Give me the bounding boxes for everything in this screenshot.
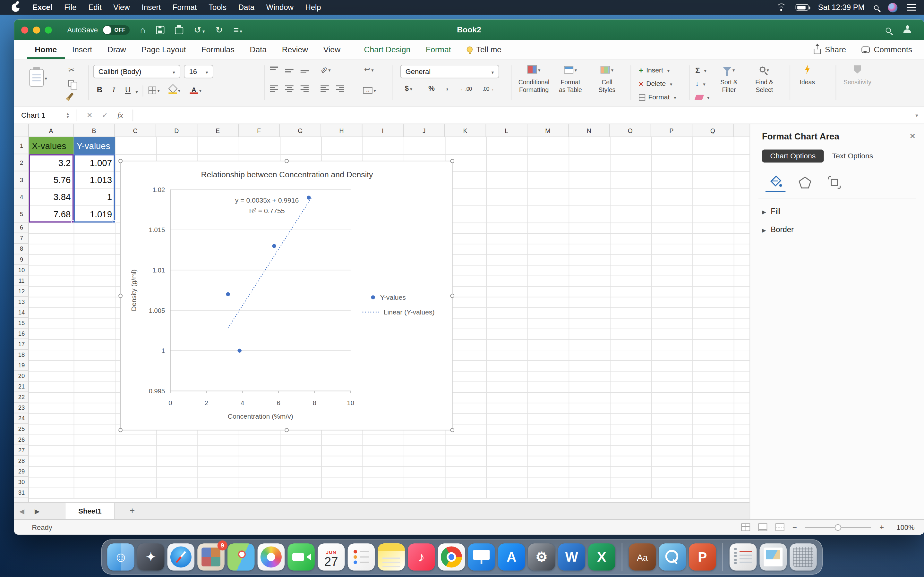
cell-B2[interactable]: 1.007 [74, 154, 115, 171]
ribbon-tab-data[interactable]: Data [242, 40, 274, 59]
percent-button[interactable]: % [428, 84, 435, 93]
menu-help[interactable]: Help [299, 3, 327, 12]
column-header-L[interactable]: L [486, 124, 527, 137]
column-header-H[interactable]: H [321, 124, 363, 137]
sensitivity-button[interactable]: Sensitivity [839, 63, 876, 103]
menu-format[interactable]: Format [166, 3, 202, 12]
ribbon-tab-home[interactable]: Home [27, 40, 65, 59]
underline-dropdown[interactable] [134, 87, 138, 95]
clear-button[interactable] [695, 91, 709, 103]
cell-styles-button[interactable]: CellStyles [590, 63, 624, 103]
row-header-27[interactable]: 27 [14, 445, 29, 456]
dock-reminders[interactable] [348, 543, 375, 570]
row-header-13[interactable]: 13 [14, 297, 29, 308]
number-format-select[interactable]: General [400, 65, 499, 78]
fill-line-icon[interactable] [766, 173, 785, 192]
row-header-1[interactable]: 1 [14, 137, 29, 154]
ribbon-tab-chart-design[interactable]: Chart Design [357, 40, 418, 59]
font-name-select[interactable]: Calibri (Body) [93, 65, 180, 78]
next-sheet-button[interactable] [29, 507, 45, 515]
cell-A1[interactable]: X-values [29, 137, 74, 154]
autosum-button[interactable]: Σ [695, 64, 706, 76]
wifi-icon[interactable] [776, 4, 786, 11]
dock-app-store[interactable]: A [498, 543, 525, 570]
dock-powerpoint[interactable]: P [689, 543, 716, 570]
borders-button[interactable] [149, 86, 160, 94]
column-header-A[interactable]: A [29, 124, 74, 137]
user-icon[interactable] [903, 25, 911, 35]
chart-selection-handle[interactable] [450, 294, 454, 298]
delete-cells-button[interactable]: Delete [639, 77, 672, 89]
border-section-toggle[interactable]: Border [750, 220, 924, 239]
cell-A5[interactable]: 7.68 [29, 205, 74, 222]
ribbon-tab-view[interactable]: View [316, 40, 348, 59]
fill-button[interactable] [695, 77, 705, 89]
normal-view-button[interactable] [741, 524, 750, 531]
row-header-28[interactable]: 28 [14, 456, 29, 466]
chart-selection-handle[interactable] [450, 428, 454, 432]
row-header-23[interactable]: 23 [14, 403, 29, 413]
row-header-6[interactable]: 6 [14, 222, 29, 233]
minimize-button[interactable] [33, 26, 40, 33]
align-top-button[interactable] [270, 67, 278, 73]
dock-safari[interactable] [168, 543, 194, 570]
menu-window[interactable]: Window [260, 3, 299, 12]
cell-A4[interactable]: 3.84 [29, 189, 74, 205]
column-header-M[interactable]: M [527, 124, 569, 137]
chart-selection-handle[interactable] [284, 159, 289, 163]
find-select-button[interactable]: Find &Select [748, 63, 780, 103]
chart-selection-handle[interactable] [284, 428, 289, 432]
menu-file[interactable]: File [58, 3, 82, 12]
row-header-25[interactable]: 25 [14, 424, 29, 434]
close-button[interactable] [21, 26, 28, 33]
effects-icon[interactable] [795, 173, 815, 192]
zoom-in-button[interactable]: + [879, 523, 884, 532]
row-header-11[interactable]: 11 [14, 276, 29, 286]
home-icon[interactable]: ⌂ [140, 25, 145, 35]
column-header-G[interactable]: G [280, 124, 321, 137]
siri-icon[interactable] [888, 3, 897, 12]
zoom-slider-knob[interactable] [835, 524, 841, 530]
dock-chrome[interactable] [438, 543, 465, 570]
tab-chart-options[interactable]: Chart Options [762, 150, 824, 163]
ribbon-tab-review[interactable]: Review [274, 40, 316, 59]
row-header-17[interactable]: 17 [14, 339, 29, 350]
row-header-2[interactable]: 2 [14, 154, 29, 171]
row-header-20[interactable]: 20 [14, 371, 29, 382]
copy-button[interactable] [68, 79, 78, 87]
row-header-22[interactable]: 22 [14, 392, 29, 403]
orientation-button[interactable] [320, 65, 330, 74]
cancel-icon[interactable]: ✕ [82, 111, 97, 119]
align-left-button[interactable] [270, 85, 278, 92]
align-bottom-button[interactable] [300, 67, 309, 73]
fullscreen-button[interactable] [45, 26, 52, 33]
chart-selection-handle[interactable] [118, 294, 123, 298]
bold-button[interactable]: B [94, 85, 105, 94]
ribbon-tab-formulas[interactable]: Formulas [194, 40, 242, 59]
increase-indent-button[interactable] [336, 85, 344, 92]
toolbar-options-button[interactable]: ≡ [234, 25, 242, 35]
dock-word[interactable]: W [558, 543, 585, 570]
share-button[interactable]: Share [814, 45, 846, 54]
format-cells-button[interactable]: Format [639, 91, 676, 103]
column-header-P[interactable]: P [651, 124, 693, 137]
column-header-C[interactable]: C [115, 124, 156, 137]
row-header-15[interactable]: 15 [14, 318, 29, 329]
row-header-3[interactable]: 3 [14, 171, 29, 188]
dock-facetime[interactable] [288, 543, 314, 570]
menu-extras-icon[interactable] [907, 4, 916, 11]
menubar-clock[interactable]: Sat 12:39 PM [818, 3, 865, 12]
decrease-decimal-button[interactable]: .00→ [483, 86, 494, 92]
menu-view[interactable]: View [107, 3, 136, 12]
row-header-29[interactable]: 29 [14, 466, 29, 477]
confirm-icon[interactable]: ✓ [97, 111, 113, 119]
expand-formula-bar-icon[interactable] [915, 112, 918, 118]
row-header-26[interactable]: 26 [14, 435, 29, 445]
chart-selection-handle[interactable] [450, 159, 454, 163]
cell-B4[interactable]: 1 [74, 189, 115, 205]
menu-excel[interactable]: Excel [27, 3, 58, 12]
apple-menu-icon[interactable] [12, 3, 19, 11]
insert-cells-button[interactable]: Insert [639, 64, 670, 76]
dock-maps[interactable] [228, 543, 254, 570]
italic-button[interactable]: I [108, 85, 119, 95]
